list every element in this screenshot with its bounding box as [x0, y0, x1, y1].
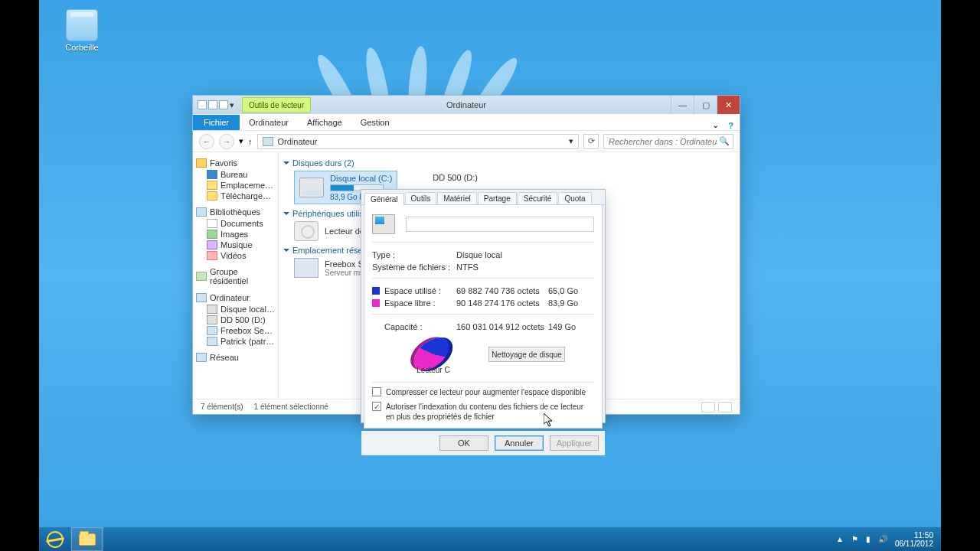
tab-sharing[interactable]: Partage — [478, 192, 517, 204]
value-used-bytes: 69 882 740 736 octets — [456, 286, 548, 295]
taskbar-ie[interactable] — [39, 527, 71, 551]
compress-label: Compresser ce lecteur pour augmenter l'e… — [386, 387, 586, 397]
qat-newfolder-icon[interactable] — [219, 100, 228, 109]
computer-icon — [263, 137, 273, 146]
view-details-button[interactable] — [701, 402, 715, 412]
library-icon — [196, 207, 207, 217]
ribbon-file[interactable]: Fichier — [193, 115, 240, 130]
taskbar-clock[interactable]: 11:50 06/11/2012 — [895, 531, 933, 548]
recycle-bin[interactable]: Corbeille — [59, 9, 105, 52]
address-bar[interactable]: Ordinateur ▾ — [257, 134, 580, 149]
drive-name-input[interactable] — [406, 217, 594, 232]
refresh-button[interactable]: ⟳ — [583, 134, 599, 149]
nav-bar: ← → ▾ ↑ Ordinateur ▾ ⟳ 🔍 — [193, 131, 740, 152]
drive-properties-dialog: Général Outils Matériel Partage Sécurité… — [361, 189, 606, 423]
server-icon — [207, 337, 217, 346]
tree-computer[interactable]: Ordinateur — [210, 293, 250, 302]
tree-favorites[interactable]: Favoris — [210, 158, 237, 168]
back-button[interactable]: ← — [199, 134, 214, 149]
tree-item[interactable]: Freebox Server — [220, 326, 275, 335]
drive-icon — [207, 315, 217, 324]
tree-item[interactable]: Disque local (C:) — [220, 305, 275, 314]
tree-libraries[interactable]: Bibliothèques — [210, 207, 260, 217]
pie-label: Lecteur C — [401, 366, 466, 374]
search-icon[interactable]: 🔍 — [719, 136, 730, 146]
homegroup-icon — [196, 272, 207, 281]
up-button[interactable]: ↑ — [248, 137, 253, 146]
computer-icon — [196, 293, 207, 302]
network-icon — [196, 353, 207, 362]
ribbon-tab-computer[interactable]: Ordinateur — [240, 115, 298, 130]
label-type: Type : — [372, 250, 456, 259]
tray-volume-icon[interactable]: 🔊 — [878, 535, 887, 543]
drive-d[interactable]: DD 500 (D:) — [428, 171, 482, 184]
tree-item[interactable]: Bureau — [220, 170, 247, 179]
ie-icon — [45, 530, 64, 549]
indexing-checkbox[interactable]: ✓ — [372, 402, 381, 411]
tab-hardware[interactable]: Matériel — [437, 192, 477, 204]
app-icon — [198, 100, 207, 109]
ribbon-tab-view[interactable]: Affichage — [298, 115, 351, 130]
star-icon — [196, 158, 207, 168]
address-dropdown-icon[interactable]: ▾ — [569, 136, 573, 146]
label-capacity: Capacité : — [372, 322, 456, 331]
tray-flag-icon[interactable]: ⚑ — [851, 535, 858, 543]
ribbon-tab-manage[interactable]: Gestion — [351, 115, 399, 130]
nav-tree[interactable]: Favoris Bureau Emplacements récen Téléch… — [193, 152, 279, 399]
forward-button[interactable]: → — [219, 134, 234, 149]
tree-network[interactable]: Réseau — [210, 353, 239, 362]
context-tab[interactable]: Outils de lecteur — [242, 97, 311, 112]
recent-dropdown-icon[interactable]: ▾ — [239, 136, 243, 146]
legend-used-swatch — [372, 287, 380, 295]
titlebar[interactable]: ▾ Outils de lecteur Ordinateur — ▢ ✕ — [193, 96, 740, 114]
dialog-tabs: Général Outils Matériel Partage Sécurité… — [361, 190, 605, 205]
maximize-button[interactable]: ▢ — [694, 96, 717, 114]
ok-button[interactable]: OK — [439, 435, 488, 451]
taskbar[interactable]: ▲ ⚑ ▮ 🔊 11:50 06/11/2012 — [39, 527, 941, 551]
recycle-bin-label: Corbeille — [59, 43, 105, 52]
indexing-label: Autoriser l'indexation du contenu des fi… — [386, 402, 594, 422]
tree-homegroup[interactable]: Groupe résidentiel — [210, 267, 275, 285]
compress-checkbox[interactable] — [372, 387, 381, 396]
minimize-button[interactable]: — — [671, 96, 694, 114]
tree-item[interactable]: Vidéos — [220, 251, 246, 260]
tray-network-icon[interactable]: ▮ — [866, 535, 871, 543]
disk-cleanup-button[interactable]: Nettoyage de disque — [488, 347, 565, 362]
category-hdd[interactable]: Disques durs (2) — [285, 158, 733, 168]
tab-quota[interactable]: Quota — [558, 192, 591, 204]
desktop-icon — [207, 170, 217, 179]
tab-general[interactable]: Général — [364, 193, 404, 205]
qat-properties-icon[interactable] — [208, 100, 217, 109]
view-thumbnails-button[interactable] — [718, 402, 732, 412]
optical-drive-icon — [294, 221, 318, 241]
desktop[interactable]: Corbeille ▾ Outils de lecteur Ordinateur… — [39, 0, 941, 551]
image-icon — [207, 230, 217, 239]
label-used: Espace utilisé : — [384, 286, 441, 295]
tray-chevron-icon[interactable]: ▲ — [836, 535, 844, 543]
label-free: Espace libre : — [384, 298, 436, 308]
help-icon[interactable]: ? — [722, 121, 740, 130]
ribbon-collapse-icon[interactable]: ⌄ — [709, 120, 722, 130]
tree-item[interactable]: Téléchargements — [220, 191, 275, 201]
taskbar-explorer[interactable] — [71, 527, 103, 551]
cancel-button[interactable]: Annuler — [495, 435, 544, 451]
chevron-down-icon — [283, 212, 289, 215]
search-box[interactable]: 🔍 — [603, 134, 733, 149]
value-capacity-gb: 149 Go — [548, 322, 594, 331]
tab-tools[interactable]: Outils — [405, 192, 437, 204]
tree-item[interactable]: Images — [220, 230, 248, 239]
tree-item[interactable]: DD 500 (D:) — [220, 315, 266, 324]
close-button[interactable]: ✕ — [717, 96, 740, 114]
system-tray[interactable]: ▲ ⚑ ▮ 🔊 11:50 06/11/2012 — [828, 531, 941, 548]
tab-security[interactable]: Sécurité — [518, 192, 558, 204]
tree-item[interactable]: Emplacements récen — [220, 181, 275, 190]
tree-item[interactable]: Documents — [220, 219, 263, 228]
apply-button[interactable]: Appliquer — [550, 435, 599, 451]
media-server-icon — [294, 258, 318, 278]
qat-dropdown-icon[interactable]: ▾ — [230, 100, 234, 110]
tree-item[interactable]: Patrick (patrick-tosh — [220, 337, 275, 346]
recycle-bin-icon — [66, 9, 98, 41]
tree-item[interactable]: Musique — [220, 240, 253, 249]
folder-icon — [79, 533, 96, 546]
search-input[interactable] — [607, 136, 719, 147]
